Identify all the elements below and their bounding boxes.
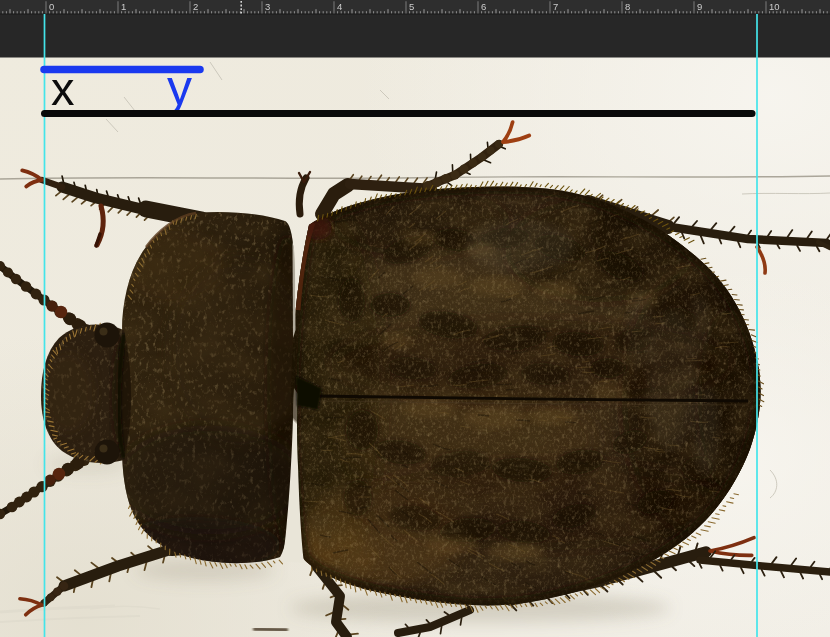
svg-text:8: 8 <box>625 1 630 12</box>
svg-text:2: 2 <box>193 1 198 12</box>
svg-text:1: 1 <box>121 1 126 12</box>
svg-text:4: 4 <box>337 1 342 12</box>
svg-text:6: 6 <box>481 1 486 12</box>
svg-text:10: 10 <box>769 1 780 12</box>
svg-text:9: 9 <box>697 1 702 12</box>
svg-text:y: y <box>167 60 192 116</box>
svg-text:5: 5 <box>409 1 414 12</box>
svg-text:0: 0 <box>49 1 54 12</box>
svg-text:x: x <box>51 62 75 115</box>
svg-text:7: 7 <box>553 1 558 12</box>
svg-text:3: 3 <box>265 1 270 12</box>
